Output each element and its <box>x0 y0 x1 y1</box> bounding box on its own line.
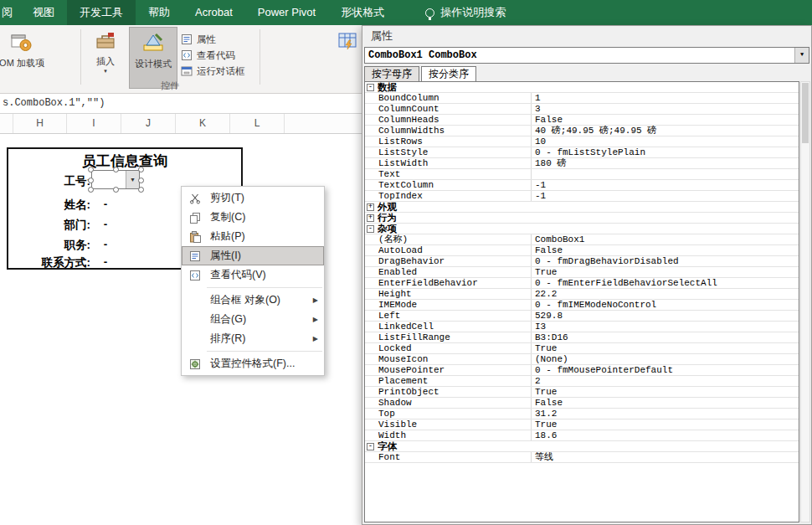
collapse-icon[interactable]: - <box>367 225 374 233</box>
combobox-dropdown-button[interactable]: ▼ <box>126 171 139 188</box>
property-value[interactable]: (None) <box>531 354 799 364</box>
property-row[interactable]: (名称)ComboBox1 <box>365 234 799 245</box>
collapse-icon[interactable]: - <box>367 84 374 91</box>
column-header[interactable]: K <box>176 114 230 133</box>
com-addins-button[interactable]: OM 加载项 <box>0 27 50 89</box>
property-value[interactable]: 40 磅;49.95 磅;49.95 磅 <box>531 126 799 136</box>
selection-handle[interactable] <box>88 178 94 183</box>
property-value[interactable]: 0 - fmDragBehaviorDisabled <box>531 256 799 266</box>
property-value[interactable]: 0 - fmListStylePlain <box>531 147 799 157</box>
property-value[interactable]: -1 <box>531 191 799 201</box>
property-row[interactable]: PrintObjectTrue <box>365 387 799 398</box>
expand-icon[interactable]: + <box>367 203 374 211</box>
ribbon-tab[interactable]: 帮助 <box>136 0 182 25</box>
combobox-control[interactable]: ▼ <box>91 170 140 189</box>
tell-me-search[interactable]: 操作说明搜索 <box>425 0 506 25</box>
property-value[interactable]: True <box>531 387 799 397</box>
property-row[interactable]: Font等线 <box>365 452 799 463</box>
property-value[interactable]: 0 - fmEnterFieldBehaviorSelectAll <box>531 278 799 288</box>
ribbon-tab[interactable]: 阅 <box>0 0 20 25</box>
property-category-row[interactable]: +行为 <box>365 213 799 224</box>
property-value[interactable]: I3 <box>531 322 799 332</box>
property-row[interactable]: MousePointer0 - fmMousePointerDefault <box>365 365 799 376</box>
property-row[interactable]: DragBehavior0 - fmDragBehaviorDisabled <box>365 256 799 267</box>
property-row[interactable]: IMEMode0 - fmIMEModeNoControl <box>365 300 799 311</box>
property-row[interactable]: LinkedCellI3 <box>365 322 799 332</box>
property-row[interactable]: EnabledTrue <box>365 267 799 278</box>
property-value[interactable]: 2 <box>531 376 799 386</box>
property-category-row[interactable]: +外观 <box>365 202 799 213</box>
property-row[interactable]: LockedTrue <box>365 343 799 354</box>
property-row[interactable]: AutoLoadFalse <box>365 245 799 256</box>
property-row[interactable]: Placement2 <box>365 376 799 387</box>
column-header[interactable]: I <box>67 114 121 133</box>
ribbon-tab[interactable]: 形状格式 <box>328 0 397 25</box>
context-menu-item[interactable]: 复制(C) <box>182 208 324 227</box>
view-code-button[interactable]: 查看代码 <box>181 48 245 64</box>
object-selector[interactable]: ComboBox1 ComboBox ▼ <box>364 47 809 64</box>
scrollbar-thumb[interactable] <box>802 83 809 143</box>
property-row[interactable]: EnterFieldBehavior0 - fmEnterFieldBehavi… <box>365 278 799 289</box>
property-row[interactable]: ShadowFalse <box>365 398 799 409</box>
property-row[interactable]: Left529.8 <box>365 311 799 322</box>
scrollbar[interactable] <box>800 81 810 522</box>
property-row[interactable]: ListStyle0 - fmListStylePlain <box>365 147 799 158</box>
selection-handle[interactable] <box>138 187 144 193</box>
property-row[interactable]: ListRows10 <box>365 136 799 147</box>
property-value[interactable]: 22.2 <box>531 289 799 299</box>
property-row[interactable]: MouseIcon(None) <box>365 354 799 365</box>
property-value[interactable]: 180 磅 <box>531 158 799 168</box>
column-header[interactable]: H <box>13 114 67 133</box>
column-header[interactable]: L <box>230 114 285 133</box>
properties-tab[interactable]: 按分类序 <box>421 66 476 82</box>
context-menu-item[interactable]: 组合框 对象(O)▶ <box>182 291 324 310</box>
property-row[interactable]: VisibleTrue <box>365 419 799 430</box>
property-category-row[interactable]: -字体 <box>365 441 799 452</box>
property-row[interactable]: ColumnCount3 <box>365 104 799 115</box>
column-header[interactable]: J <box>121 114 176 133</box>
ribbon-tab[interactable]: Power Pivot <box>245 0 328 25</box>
ribbon-tab[interactable]: 视图 <box>20 0 67 25</box>
properties-tab[interactable]: 按字母序 <box>364 66 419 82</box>
expand-icon[interactable]: + <box>367 214 374 222</box>
property-row[interactable]: ListWidth180 磅 <box>365 158 799 169</box>
property-row[interactable]: Text <box>365 169 799 180</box>
property-row[interactable]: TextColumn-1 <box>365 180 799 191</box>
sheet-area[interactable]: 员工信息查询 工号:姓名:-部门:-职务:-联系方式:- ▼ 剪切(T)复制(C… <box>0 134 362 525</box>
property-row[interactable]: Top31.2 <box>365 409 799 419</box>
property-value[interactable]: False <box>531 115 799 125</box>
property-category-row[interactable]: -杂项 <box>365 224 799 234</box>
context-menu-item[interactable]: 粘贴(P) <box>182 227 324 246</box>
ribbon-tab[interactable]: Acrobat <box>182 0 245 25</box>
property-value[interactable]: B3:D16 <box>531 332 799 342</box>
property-value[interactable]: ComboBox1 <box>531 234 799 244</box>
property-row[interactable]: ColumnHeadsFalse <box>365 115 799 126</box>
property-row[interactable]: TopIndex-1 <box>365 191 799 202</box>
property-row[interactable]: ListFillRangeB3:D16 <box>365 332 799 343</box>
property-value[interactable]: 529.8 <box>531 311 799 321</box>
context-menu-item[interactable]: 组合(G)▶ <box>182 310 324 329</box>
formula-bar[interactable]: s.ComboBox.1","") <box>0 94 362 114</box>
selection-handle[interactable] <box>138 178 144 183</box>
source-button[interactable] <box>333 27 362 89</box>
property-value[interactable]: 10 <box>531 136 799 147</box>
property-value[interactable]: False <box>531 398 799 408</box>
selection-handle[interactable] <box>88 187 94 193</box>
collapse-icon[interactable]: - <box>367 443 374 450</box>
context-menu-item[interactable]: 查看代码(V) <box>182 265 324 285</box>
property-value[interactable]: True <box>531 419 799 430</box>
property-value[interactable]: 0 - fmIMEModeNoControl <box>531 300 799 310</box>
property-value[interactable]: True <box>531 267 799 277</box>
property-value[interactable]: False <box>531 245 799 255</box>
property-category-row[interactable]: -数据 <box>365 82 799 93</box>
property-value[interactable]: 1 <box>531 93 799 103</box>
context-menu-item[interactable]: 剪切(T) <box>182 188 324 208</box>
property-value[interactable]: 18.6 <box>531 430 799 440</box>
property-row[interactable]: Height22.2 <box>365 289 799 300</box>
property-value[interactable]: 0 - fmMousePointerDefault <box>531 365 799 375</box>
selection-handle[interactable] <box>113 167 119 172</box>
property-value[interactable]: 31.2 <box>531 409 799 419</box>
property-row[interactable]: ColumnWidths40 磅;49.95 磅;49.95 磅 <box>365 126 799 136</box>
property-value[interactable]: True <box>531 343 799 353</box>
selection-handle[interactable] <box>138 167 144 172</box>
